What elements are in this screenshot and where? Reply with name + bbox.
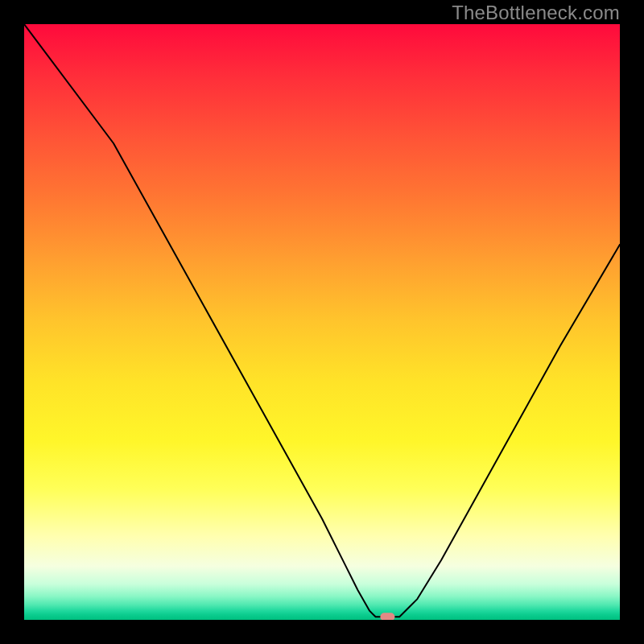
plot-area xyxy=(24,24,620,620)
watermark-text: TheBottleneck.com xyxy=(452,2,620,24)
bottleneck-curve xyxy=(24,24,620,617)
chart-frame: TheBottleneck.com xyxy=(0,0,644,644)
minimum-marker xyxy=(380,613,394,620)
chart-svg xyxy=(24,24,620,620)
